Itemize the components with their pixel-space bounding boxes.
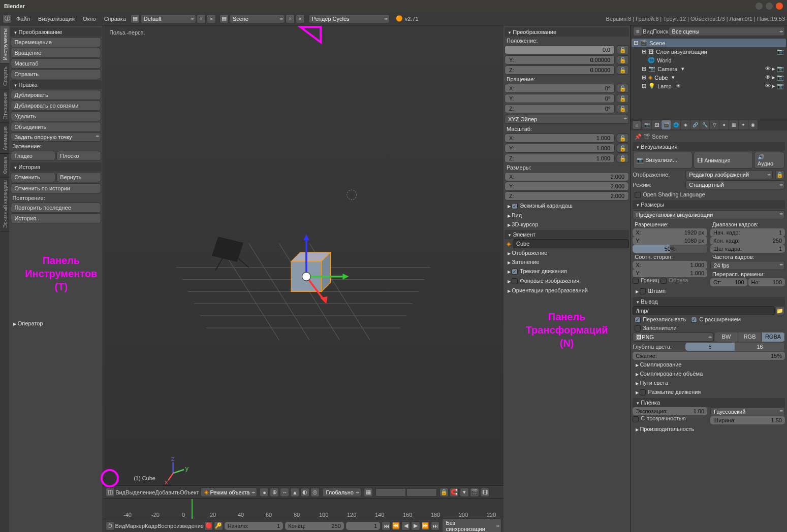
sync-selector[interactable]: Без синхронизации (442, 518, 501, 533)
snap-icon[interactable]: 🧲 (450, 488, 459, 497)
render-panel-header[interactable]: Визуализация (633, 142, 785, 151)
props-editor-icon[interactable]: ≡ (632, 120, 641, 129)
layout-browse-icon[interactable]: ▦ (131, 14, 140, 23)
loc-x-field[interactable]: 0.0 (505, 45, 615, 54)
play-icon[interactable]: ▶ (411, 521, 420, 530)
outliner-editor-icon[interactable]: ≡ (633, 27, 642, 36)
dim-y-field[interactable]: Y:2.000 (505, 182, 629, 191)
dim-z-field[interactable]: Z:2.000 (505, 191, 629, 201)
border-checkbox[interactable] (633, 278, 639, 284)
close-icon[interactable] (776, 3, 783, 10)
rot-z-field[interactable]: Z:0° (505, 104, 615, 113)
del-scene-icon[interactable]: × (296, 14, 305, 23)
rotate-button[interactable]: Вращение (11, 48, 101, 58)
menu-render[interactable]: Визуализация (34, 16, 79, 22)
lock-scale-x-icon[interactable]: 🔓 (617, 134, 629, 143)
ptab-modifiers[interactable]: 🔧 (700, 120, 709, 129)
render-preview-icon[interactable]: 🎬 (470, 488, 479, 497)
operator-header[interactable]: Оператор (10, 319, 102, 328)
menu-file[interactable]: Файл (12, 16, 34, 22)
3d-viewport[interactable]: Польз.-персп. (103, 25, 503, 485)
volume-sampling-header[interactable]: Сэмплирование объёма (633, 369, 785, 378)
filter-dropdown[interactable]: Гауссовский (710, 407, 785, 416)
res-y-field[interactable]: Y:1080 px (633, 237, 707, 245)
keyset-icon[interactable]: 🔑 (214, 521, 223, 530)
n-gpencil-header[interactable]: Эскизный карандаш (505, 201, 629, 211)
tree-camera[interactable]: ⊞📷Camera▾👁 ▸ 📷 (632, 64, 786, 73)
ptab-scene[interactable]: 🎬 (662, 120, 671, 129)
tree-cube[interactable]: ⊞◈Cube▾👁 ▸ 📷 (632, 73, 786, 82)
jump-end-icon[interactable]: ⏭ (431, 521, 439, 530)
vtab-physics[interactable]: Физика (0, 154, 9, 178)
maximize-icon[interactable] (766, 3, 773, 10)
feature-set-dropdown[interactable]: Стандартный (685, 180, 785, 189)
duplicate-linked-button[interactable]: Дублировать со связями (11, 101, 101, 111)
performance-header[interactable]: Производительность (633, 424, 785, 434)
lock-loc-y-icon[interactable]: 🔓 (617, 55, 629, 64)
transparent-checkbox[interactable] (633, 416, 639, 422)
set-origin-dropdown[interactable]: Задать опорную точку (11, 132, 101, 142)
layers-icon[interactable]: ▦ (364, 488, 373, 497)
rotation-mode-dropdown[interactable]: XYZ Эйлер (505, 115, 629, 124)
loc-z-field[interactable]: Z:0.00000 (505, 65, 615, 75)
menu-window[interactable]: Окно (79, 16, 100, 22)
join-button[interactable]: Объединить (11, 122, 101, 132)
render-button[interactable]: 📷 Визуализи... (633, 152, 692, 169)
ptab-data[interactable]: ▽ (710, 120, 719, 129)
lock-rot-x-icon[interactable]: 🔓 (617, 84, 629, 93)
transform-header[interactable]: Преобразование (10, 27, 102, 37)
tl-menu-marker[interactable]: Маркер (125, 523, 145, 529)
remap-old-field[interactable]: Ст:100 (710, 278, 747, 286)
manipulator-icon[interactable]: ↔ (280, 488, 289, 497)
frame-step-field[interactable]: Шаг кадра:1 (710, 245, 785, 253)
display-mode-dropdown[interactable]: Редактор изображений (685, 170, 773, 179)
info-editor-icon[interactable]: ⓘ (3, 14, 12, 23)
ptab-physics[interactable]: ◉ (748, 120, 758, 129)
lock-scale-z-icon[interactable]: 🔓 (617, 154, 629, 163)
outliner-menu-search[interactable]: Поиск (653, 28, 668, 35)
compression-field[interactable]: Сжатие:15% (633, 352, 785, 360)
del-layout-icon[interactable]: × (207, 14, 216, 23)
light-paths-header[interactable]: Пути света (633, 378, 785, 387)
n-cursor-header[interactable]: 3D-курсор (505, 220, 629, 229)
ptab-texture[interactable]: ▦ (729, 120, 738, 129)
output-path-input[interactable] (633, 306, 775, 315)
mode-selector[interactable]: ◈ Режим объекта (201, 487, 257, 497)
vp-menu-select[interactable]: Выделение (125, 489, 155, 495)
dim-x-field[interactable]: X:2.000 (505, 172, 629, 181)
res-pct-slider[interactable]: 50% (633, 245, 707, 253)
jump-prev-icon[interactable]: ⏪ (392, 521, 400, 530)
duplicate-button[interactable]: Дублировать (11, 90, 101, 100)
end-frame-field[interactable]: Кон. кадр:250 (710, 237, 785, 245)
placeholders-checkbox[interactable] (635, 325, 641, 331)
vtab-tools[interactable]: Инструменты (0, 25, 9, 63)
vtab-relations[interactable]: Отношения (0, 89, 9, 123)
repeat-last-button[interactable]: Повторить последнее (11, 203, 101, 213)
translate-button[interactable]: Перемещение (11, 37, 101, 47)
color-mode-toggle[interactable]: BWRGBRGBA (715, 332, 785, 342)
minimize-icon[interactable] (755, 3, 763, 10)
scene-layers-2[interactable] (406, 488, 437, 496)
lock-loc-z-icon[interactable]: 🔓 (617, 65, 629, 75)
loc-y-field[interactable]: Y:0.00000 (505, 55, 615, 64)
timeline-editor-icon[interactable]: ⏱ (106, 521, 114, 530)
exposure-field[interactable]: Экспозиция:1.00 (633, 407, 707, 415)
ptab-material[interactable]: ● (719, 120, 729, 129)
add-layout-icon[interactable]: + (197, 14, 206, 23)
scene-selector[interactable]: Scene (229, 14, 285, 23)
item-name-input[interactable] (513, 239, 629, 248)
menu-help[interactable]: Справка (100, 16, 130, 22)
vp-menu-object[interactable]: Объект (180, 489, 199, 495)
aspect-y-field[interactable]: Y:1.000 (633, 269, 707, 277)
mirror-button[interactable]: Отразить (11, 69, 101, 79)
delete-button[interactable]: Удалить (11, 111, 101, 121)
ptab-particles[interactable]: ✦ (739, 120, 748, 129)
shading-solid-icon[interactable]: ● (260, 488, 269, 497)
ptab-constraints[interactable]: 🔗 (690, 120, 700, 129)
fps-dropdown[interactable]: 24 fps (710, 261, 785, 270)
orientation-selector[interactable]: Глобально (322, 488, 361, 497)
manipulator-rotate-icon[interactable]: ◐ (300, 488, 309, 497)
outliner-menu-view[interactable]: Вид (643, 28, 653, 35)
render-anim-icon[interactable]: 🎞 (480, 488, 489, 497)
tl-menu-frame[interactable]: Кадр (145, 523, 158, 529)
